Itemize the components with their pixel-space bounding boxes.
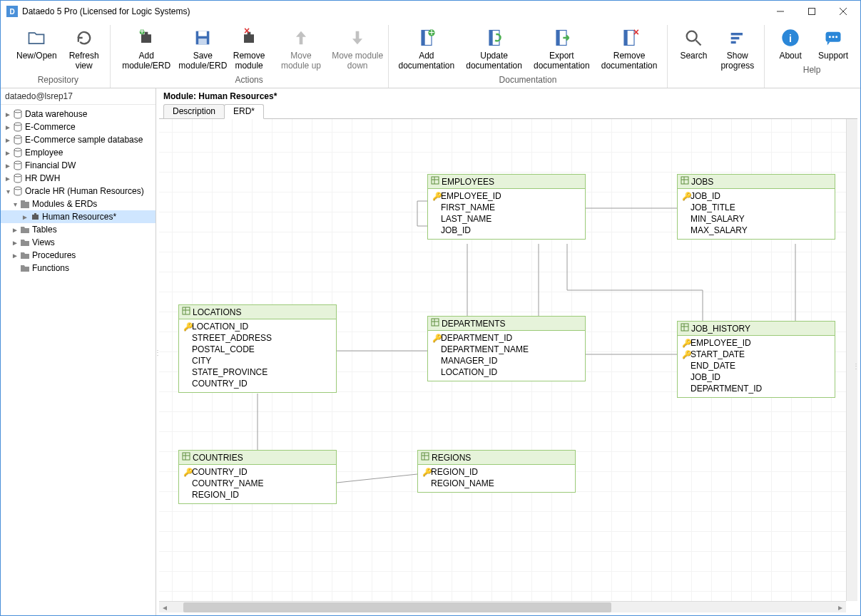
show-progress-button[interactable]: Show progress xyxy=(715,25,760,72)
tree-item[interactable]: ►E-Commerce xyxy=(1,120,156,133)
entity-column[interactable]: LAST_NAME xyxy=(431,213,582,225)
entity-column[interactable]: REGION_NAME xyxy=(421,478,572,489)
tree-item[interactable]: ►Procedures xyxy=(1,249,156,262)
expand-icon[interactable]: ► xyxy=(11,226,19,234)
tree-item[interactable]: Functions xyxy=(1,262,156,274)
tree-item[interactable]: ▾Oracle HR (Human Resources) xyxy=(1,185,156,197)
expand-icon[interactable]: ► xyxy=(11,252,19,260)
entity-departments[interactable]: DEPARTMENTS🔑DEPARTMENT_IDDEPARTMENT_NAME… xyxy=(427,316,586,381)
add-module-button[interactable]: + Add module/ERD xyxy=(115,25,178,72)
entity-column[interactable]: DEPARTMENT_ID xyxy=(681,383,832,394)
horizontal-scrollbar[interactable]: ◂ ▸ xyxy=(159,601,846,612)
entity-jobs[interactable]: JOBS🔑JOB_IDJOB_TITLEMIN_SALARYMAX_SALARY xyxy=(677,174,835,240)
sidebar: dataedo@lsrep17 ►Data warehouse►E-Commer… xyxy=(1,88,156,615)
entity-column[interactable]: REGION_ID xyxy=(182,489,333,500)
expand-icon[interactable]: ► xyxy=(11,239,19,247)
entity-header[interactable]: JOBS xyxy=(678,175,835,189)
tree-item[interactable]: ►Financial DW xyxy=(1,159,156,172)
entity-column[interactable]: 🔑LOCATION_ID xyxy=(182,321,333,332)
entity-column[interactable]: 🔑JOB_ID xyxy=(681,190,832,202)
entity-header[interactable]: JOB_HISTORY xyxy=(678,322,835,336)
entity-column[interactable]: JOB_ID xyxy=(681,371,832,383)
splitter-left[interactable]: ⋮ xyxy=(154,348,158,356)
expand-icon[interactable]: ► xyxy=(4,162,12,170)
tree-item[interactable]: ►E-Commerce sample database xyxy=(1,133,156,146)
entity-column[interactable]: JOB_ID xyxy=(431,225,582,236)
entity-header[interactable]: REGIONS xyxy=(418,451,575,465)
entity-column[interactable]: FIRST_NAME xyxy=(431,202,582,213)
expand-icon[interactable]: ► xyxy=(4,136,12,144)
entity-column[interactable]: COUNTRY_ID xyxy=(182,378,333,389)
entity-column[interactable]: MAX_SALARY xyxy=(681,225,832,236)
entity-column[interactable]: LOCATION_ID xyxy=(431,366,582,378)
entity-column[interactable]: 🔑EMPLOYEE_ID xyxy=(681,337,832,349)
entity-employees[interactable]: EMPLOYEES🔑EMPLOYEE_IDFIRST_NAMELAST_NAME… xyxy=(427,174,586,240)
move-module-up-button[interactable]: Move module up xyxy=(270,25,332,72)
entity-column[interactable]: 🔑START_DATE xyxy=(681,349,832,360)
scroll-right-arrow-icon[interactable]: ▸ xyxy=(835,602,846,612)
entity-column[interactable]: JOB_TITLE xyxy=(681,202,832,213)
expand-icon[interactable]: ▾ xyxy=(11,200,19,208)
entity-regions[interactable]: REGIONS🔑REGION_IDREGION_NAME xyxy=(417,450,576,493)
entity-column[interactable]: MIN_SALARY xyxy=(681,213,832,225)
save-module-button[interactable]: Save module/ERD xyxy=(178,25,228,72)
splitter-right[interactable]: ⋮ xyxy=(852,362,857,370)
repository-tree[interactable]: ►Data warehouse►E-Commerce►E-Commerce sa… xyxy=(1,105,156,615)
entity-column[interactable]: MANAGER_ID xyxy=(431,355,582,366)
entity-column[interactable]: 🔑DEPARTMENT_ID xyxy=(431,332,582,344)
entity-column[interactable]: POSTAL_CODE xyxy=(182,344,333,355)
entity-column[interactable]: STREET_ADDRESS xyxy=(182,332,333,344)
vertical-scrollbar[interactable] xyxy=(846,119,857,601)
entity-countries[interactable]: COUNTRIES🔑COUNTRY_IDCOUNTRY_NAMEREGION_I… xyxy=(178,450,337,504)
maximize-button[interactable] xyxy=(796,1,827,21)
tree-item[interactable]: ►Views xyxy=(1,236,156,249)
entity-header[interactable]: LOCATIONS xyxy=(179,305,336,319)
entity-header[interactable]: COUNTRIES xyxy=(179,451,336,465)
tree-item[interactable]: ▾Modules & ERDs xyxy=(1,197,156,210)
scroll-thumb[interactable] xyxy=(183,602,611,612)
minimize-button[interactable] xyxy=(765,1,796,21)
entity-column[interactable]: DEPARTMENT_NAME xyxy=(431,344,582,355)
erd-canvas[interactable]: EMPLOYEES🔑EMPLOYEE_IDFIRST_NAMELAST_NAME… xyxy=(159,119,846,601)
about-button[interactable]: i About xyxy=(769,25,812,62)
move-module-down-button[interactable]: Move module down xyxy=(332,25,384,72)
tree-item[interactable]: ►Human Resources* xyxy=(1,210,156,223)
tree-item-label: Views xyxy=(32,237,55,247)
add-documentation-button[interactable]: + Add documentation xyxy=(393,25,461,72)
remove-module-button[interactable]: × Remove module xyxy=(228,25,270,72)
support-button[interactable]: Support xyxy=(812,25,855,62)
expand-icon[interactable]: ► xyxy=(4,111,12,118)
remove-documentation-button[interactable]: × Remove documentation xyxy=(596,25,663,72)
expand-icon[interactable]: ▾ xyxy=(4,188,12,195)
tab-erd[interactable]: ERD* xyxy=(224,104,264,119)
expand-icon[interactable]: ► xyxy=(4,149,12,157)
export-documentation-button[interactable]: Export documentation xyxy=(528,25,596,72)
entity-job_history[interactable]: JOB_HISTORY🔑EMPLOYEE_ID🔑START_DATEEND_DA… xyxy=(677,321,835,398)
new-open-button[interactable]: New/Open xyxy=(11,25,63,72)
update-documentation-button[interactable]: Update documentation xyxy=(460,25,528,72)
entity-column[interactable]: 🔑COUNTRY_ID xyxy=(182,466,333,478)
tree-item[interactable]: ►Data warehouse xyxy=(1,108,156,120)
entity-column[interactable]: END_DATE xyxy=(681,360,832,371)
entity-header[interactable]: EMPLOYEES xyxy=(428,175,585,189)
entity-column[interactable]: 🔑EMPLOYEE_ID xyxy=(431,190,582,202)
expand-icon[interactable]: ► xyxy=(4,123,12,131)
tree-item[interactable]: ►Employee xyxy=(1,146,156,159)
expand-icon[interactable]: ► xyxy=(4,175,12,183)
tree-item[interactable]: ►HR DWH xyxy=(1,172,156,185)
tree-item[interactable]: ►Tables xyxy=(1,223,156,236)
entity-title: EMPLOYEES xyxy=(442,177,494,187)
entity-column[interactable]: 🔑REGION_ID xyxy=(421,466,572,478)
scroll-left-arrow-icon[interactable]: ◂ xyxy=(159,602,170,612)
entity-header[interactable]: DEPARTMENTS xyxy=(428,317,585,331)
entity-column[interactable]: STATE_PROVINCE xyxy=(182,366,333,378)
column-name: DEPARTMENT_ID xyxy=(441,333,512,343)
entity-locations[interactable]: LOCATIONS🔑LOCATION_IDSTREET_ADDRESSPOSTA… xyxy=(178,304,337,393)
tab-description[interactable]: Description xyxy=(163,104,225,119)
entity-column[interactable]: CITY xyxy=(182,355,333,366)
search-button[interactable]: Search xyxy=(672,25,715,72)
refresh-view-button[interactable]: Refresh view xyxy=(63,25,106,72)
close-button[interactable] xyxy=(827,1,859,21)
expand-icon[interactable]: ► xyxy=(21,213,29,221)
entity-column[interactable]: COUNTRY_NAME xyxy=(182,478,333,489)
